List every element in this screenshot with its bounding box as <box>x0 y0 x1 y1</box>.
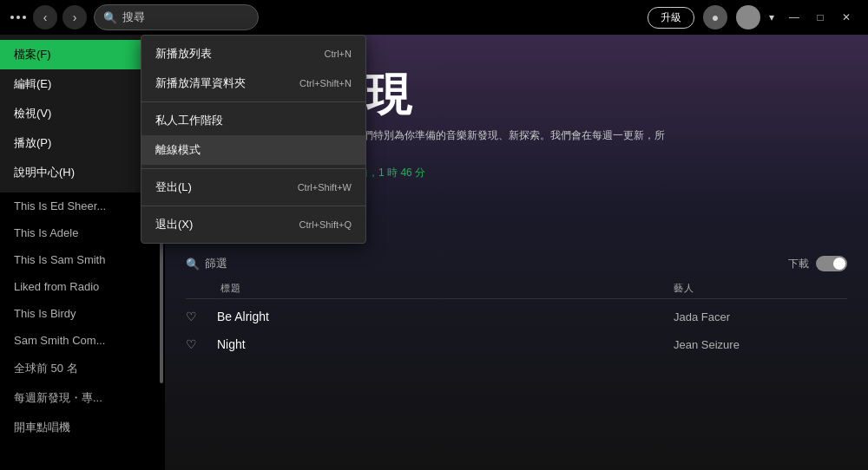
track-table: 標題 藝人 ♡ Be Alright Jada Facer ♡ Night Je… <box>165 278 868 358</box>
filter-left: 🔍 篩選 <box>186 256 227 271</box>
upgrade-button[interactable]: 升級 <box>648 7 694 29</box>
sidebar-item-weekly[interactable]: 每週新發現・專... <box>0 383 165 413</box>
column-artist: 藝人 <box>674 282 847 295</box>
menu-main-panel <box>0 35 139 244</box>
exit-shortcut: Ctrl+Shift+Q <box>299 219 352 230</box>
submenu-divider-2 <box>141 168 365 169</box>
forward-button[interactable]: › <box>62 5 87 29</box>
file-menu-popup: 新播放列表 Ctrl+N 新播放清單資料夾 Ctrl+Shift+N 私人工作階… <box>0 35 366 244</box>
sidebar-item-global-top50[interactable]: 全球前 50 名 <box>0 354 165 383</box>
submenu-exit[interactable]: 退出(X) Ctrl+Shift+Q <box>141 210 365 239</box>
submenu-divider-3 <box>141 206 365 206</box>
submenu-new-playlist-folder[interactable]: 新播放清單資料夾 Ctrl+Shift+N <box>141 69 365 98</box>
download-toggle: 下載 <box>788 256 847 271</box>
download-label: 下載 <box>788 257 809 271</box>
table-row[interactable]: ♡ Be Alright Jada Facer <box>186 303 847 330</box>
download-toggle-track[interactable] <box>816 256 847 271</box>
column-title: 標題 <box>186 282 674 295</box>
track-artist: Jean Seizure <box>674 338 847 351</box>
track-name: Be Alright <box>210 310 674 323</box>
search-box[interactable]: 🔍 搜尋 <box>94 4 259 30</box>
submenu-logout[interactable]: 登出(L) Ctrl+Shift+W <box>141 173 365 202</box>
logout-label: 登出(L) <box>155 180 192 195</box>
track-artist: Jada Facer <box>674 310 847 323</box>
exit-label: 退出(X) <box>155 217 193 232</box>
track-table-header: 標題 藝人 <box>186 278 847 299</box>
filter-bar: 🔍 篩選 下載 <box>165 256 868 271</box>
new-playlist-folder-label: 新播放清單資料夾 <box>155 75 246 91</box>
track-heart-icon[interactable]: ♡ <box>186 337 203 351</box>
file-submenu: 新播放列表 Ctrl+N 新播放清單資料夾 Ctrl+Shift+N 私人工作階… <box>141 35 366 244</box>
download-toggle-thumb <box>833 258 845 270</box>
avatar <box>736 5 760 29</box>
close-button[interactable]: ✕ <box>835 9 858 26</box>
new-playlist-label: 新播放列表 <box>155 46 212 62</box>
submenu-private-session[interactable]: 私人工作階段 <box>141 106 365 135</box>
sidebar-item-sam-smith[interactable]: This Is Sam Smith <box>0 246 165 273</box>
new-playlist-folder-shortcut: Ctrl+Shift+N <box>299 78 352 88</box>
submenu-offline-mode[interactable]: 離線模式 <box>141 135 365 165</box>
nav-arrows: ‹ › <box>33 5 87 29</box>
maximize-button[interactable]: □ <box>809 9 832 26</box>
search-text: 搜尋 <box>122 10 145 25</box>
track-heart-icon[interactable]: ♡ <box>186 310 203 323</box>
table-row[interactable]: ♡ Night Jean Seizure <box>186 330 847 358</box>
title-bar: ‹ › 🔍 搜尋 升級 ● ▾ — □ ✕ <box>0 0 868 35</box>
submenu-new-playlist[interactable]: 新播放列表 Ctrl+N <box>141 39 365 69</box>
logout-shortcut: Ctrl+Shift+W <box>298 182 352 193</box>
track-name: Night <box>210 337 674 351</box>
user-icon[interactable]: ● <box>703 5 727 29</box>
submenu-divider-1 <box>141 101 365 102</box>
search-icon: 🔍 <box>103 11 117 24</box>
sidebar-item-sam-smith-com[interactable]: Sam Smith Com... <box>0 327 165 354</box>
title-bar-left: ‹ › 🔍 搜尋 <box>10 4 259 30</box>
sidebar-item-birdy[interactable]: This Is Birdy <box>0 300 165 327</box>
minimize-button[interactable]: — <box>783 9 806 26</box>
chevron-down-icon[interactable]: ▾ <box>769 11 774 23</box>
sidebar-item-liked-radio[interactable]: Liked from Radio <box>0 273 165 300</box>
sidebar-item-drive-karaoke[interactable]: 開車點唱機 <box>0 413 165 442</box>
back-button[interactable]: ‹ <box>33 5 57 29</box>
offline-mode-label: 離線模式 <box>155 142 201 158</box>
filter-label[interactable]: 篩選 <box>205 256 227 271</box>
app-menu-icon[interactable] <box>10 16 26 19</box>
private-session-label: 私人工作階段 <box>155 113 223 128</box>
new-playlist-shortcut: Ctrl+N <box>325 49 352 59</box>
filter-search-icon: 🔍 <box>186 258 200 271</box>
title-bar-right: 升級 ● ▾ — □ ✕ <box>648 5 858 29</box>
window-controls: — □ ✕ <box>783 9 858 26</box>
